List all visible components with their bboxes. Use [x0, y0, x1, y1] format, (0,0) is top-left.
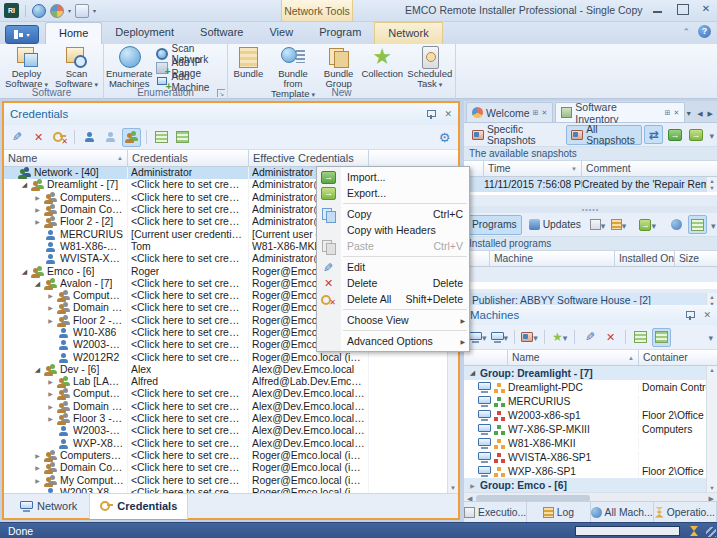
- expander-icon[interactable]: [33, 462, 42, 474]
- expander-icon[interactable]: [33, 192, 42, 204]
- collapse-ribbon-icon[interactable]: ⌃: [682, 27, 690, 37]
- help-icon[interactable]: ?: [698, 25, 711, 38]
- expander-icon[interactable]: [33, 450, 42, 462]
- deploy-software-button[interactable]: Deploy Software: [2, 45, 51, 85]
- edit-machine-button[interactable]: [580, 328, 599, 347]
- table-row[interactable]: My Computers - [1] <Click here to set cr…: [4, 474, 458, 486]
- machine-row[interactable]: MERCURIUS: [464, 394, 717, 408]
- menu-item[interactable]: Delete All Shift+Delete: [317, 291, 469, 307]
- scroll-down-icon[interactable]: ▼: [450, 485, 456, 491]
- menu-item[interactable]: Choose View: [317, 312, 469, 328]
- delete-all-credentials-button[interactable]: ✕: [50, 128, 69, 147]
- expander-icon[interactable]: [46, 413, 55, 425]
- column-header-name[interactable]: Name ▲: [508, 350, 639, 365]
- table-row[interactable]: W2003-X86-SP1 <Click here to set credent…: [4, 487, 458, 493]
- expander-icon[interactable]: [46, 388, 55, 400]
- view-detail-button[interactable]: [173, 128, 192, 147]
- view-list-button[interactable]: [152, 128, 171, 147]
- machine-row[interactable]: Dreamlight-PDC Domain Controller: [464, 380, 717, 394]
- pin-icon[interactable]: [685, 310, 694, 321]
- app-icon[interactable]: RI: [4, 3, 19, 18]
- table-row[interactable]: W2003-X86 <Click here to set credentials…: [4, 425, 458, 437]
- vertical-scrollbar[interactable]: ▲▼: [706, 366, 717, 492]
- machines-group-row[interactable]: Group: Emco - [6]: [464, 478, 717, 492]
- ribbon-tab[interactable]: Deployment: [102, 22, 187, 44]
- theme-palette-icon[interactable]: [50, 4, 64, 18]
- footer-tab[interactable]: Log: [527, 502, 590, 522]
- table-row[interactable]: Computers - [2] <Click here to set crede…: [4, 450, 458, 462]
- maximize-button[interactable]: [675, 3, 689, 15]
- expander-icon[interactable]: [33, 475, 42, 487]
- scan-software-button[interactable]: Scan Software: [52, 45, 101, 85]
- all-snapshots-button[interactable]: All Snapshots: [566, 125, 642, 145]
- close-panel-icon[interactable]: ✕: [703, 310, 711, 321]
- table-row[interactable]: WXP-X86-MKII <Click here to set credenti…: [4, 438, 458, 450]
- table-row[interactable]: W2012R2 <Click here to set credentials> …: [4, 351, 458, 363]
- machine-row[interactable]: WXP-X86-SP1 Floor 2\Office 204: [464, 464, 717, 478]
- minimize-button[interactable]: [651, 3, 665, 15]
- close-tab-icon[interactable]: ✕: [673, 109, 679, 117]
- close-tab-icon[interactable]: ✕: [541, 109, 547, 117]
- column-header-machine[interactable]: Machine: [490, 251, 615, 266]
- menu-item[interactable]: Edit: [317, 259, 469, 275]
- expander-icon[interactable]: [46, 315, 55, 327]
- expander-icon[interactable]: [33, 364, 42, 376]
- group-view-button[interactable]: [667, 215, 686, 234]
- table-row[interactable]: Floor 3 - [2] <Click here to set credent…: [4, 413, 458, 425]
- machine-actions-button[interactable]: [468, 328, 488, 347]
- column-header-container[interactable]: Container: [639, 350, 717, 365]
- expander-icon[interactable]: [20, 179, 29, 191]
- machine-row[interactable]: W81-X86-MKII: [464, 436, 717, 450]
- toolbar-overflow-icon[interactable]: [709, 129, 714, 141]
- machine-row[interactable]: WVISTA-X86-SP1: [464, 450, 717, 464]
- toolbar-overflow-icon[interactable]: [708, 331, 713, 343]
- menu-item[interactable]: [343, 256, 467, 257]
- show-groups-button[interactable]: [122, 128, 141, 147]
- favorites-button[interactable]: ★: [550, 328, 569, 347]
- snapshot-button[interactable]: [520, 328, 539, 347]
- snapshot-row[interactable]: 11/11/2015 7:56:08 PM Created by the 'Re…: [464, 177, 717, 192]
- dialog-launcher-icon[interactable]: ↘: [217, 89, 225, 97]
- programs-tab-button[interactable]: Programs: [467, 215, 522, 235]
- close-button[interactable]: ✕: [699, 3, 713, 15]
- machine-row[interactable]: W2003-x86-sp1 Floor 2\Office 203: [464, 408, 717, 422]
- vertical-scrollbar[interactable]: ▲▼: [706, 177, 717, 192]
- pin-icon[interactable]: ⊞: [533, 109, 539, 117]
- table-row[interactable]: Domain Controllers ... <Click here to se…: [4, 401, 458, 413]
- ribbon-tab[interactable]: View: [256, 22, 306, 44]
- tab-network[interactable]: Network: [10, 494, 87, 519]
- pin-icon[interactable]: [426, 109, 435, 120]
- specific-snapshots-button[interactable]: Specific Snapshots: [467, 125, 564, 145]
- tab-welcome[interactable]: Welcome ⊞ ✕: [466, 102, 553, 122]
- updates-tab-button[interactable]: Updates: [524, 215, 586, 235]
- edit-credentials-button[interactable]: [8, 128, 27, 147]
- column-header-size[interactable]: Size: [675, 251, 717, 266]
- machine-scan-button[interactable]: [490, 328, 510, 347]
- pin-icon[interactable]: ⊞: [665, 109, 671, 117]
- tab-credentials[interactable]: Credentials: [89, 494, 188, 519]
- ribbon-tab[interactable]: Software: [187, 22, 256, 44]
- show-inactive-users-button[interactable]: [101, 128, 120, 147]
- menu-item[interactable]: Paste Ctrl+V: [317, 238, 469, 254]
- expander-icon[interactable]: [33, 216, 42, 228]
- menu-item[interactable]: [343, 203, 467, 204]
- column-header-name[interactable]: Name ▲: [4, 150, 128, 166]
- detail-view-button[interactable]: [652, 328, 671, 347]
- delete-machine-button[interactable]: [601, 328, 620, 347]
- expander-icon[interactable]: [33, 278, 42, 290]
- bundle-button[interactable]: Bundle: [230, 45, 267, 85]
- menu-item[interactable]: Delete Delete: [317, 275, 469, 291]
- footer-tab[interactable]: Operatio...: [654, 502, 717, 522]
- table-row[interactable]: Domain Controllers ... <Click here to se…: [4, 462, 458, 474]
- import-snapshot-button[interactable]: [665, 125, 684, 144]
- menu-item[interactable]: Copy with Headers: [317, 222, 469, 238]
- palette-dropdown-icon[interactable]: ▾: [68, 7, 71, 14]
- scroll-tabs-right-icon[interactable]: ▶: [708, 110, 713, 118]
- export-list-button[interactable]: [638, 215, 657, 234]
- expander-icon[interactable]: [33, 204, 42, 216]
- expander-icon[interactable]: [46, 401, 55, 413]
- application-menu-button[interactable]: ▾: [5, 25, 39, 44]
- collection-button[interactable]: ★ Collection: [359, 45, 406, 85]
- qat-dropdown-icon[interactable]: ▾: [93, 7, 96, 14]
- menu-item[interactable]: [343, 330, 467, 331]
